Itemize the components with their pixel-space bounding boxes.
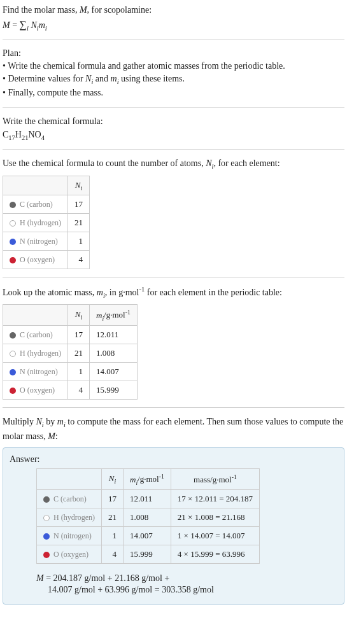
ni-cell: 1 — [101, 527, 123, 545]
table-row: H (hydrogen) 21 1.008 21 × 1.008 = 21.16… — [37, 508, 260, 527]
table-header-row: Ni mi/g·mol-1 mass/g·mol-1 — [37, 469, 260, 490]
ni-cell: 17 — [67, 195, 89, 214]
hydrogen-dot-icon — [10, 220, 16, 227]
table-row: H (hydrogen) 21 1.008 — [3, 344, 138, 363]
divider — [3, 149, 344, 150]
col-ni: Ni — [101, 469, 123, 490]
element-cell: C (carbon) — [37, 490, 102, 508]
divider — [3, 39, 344, 39]
ni-cell: 17 — [101, 490, 123, 508]
col-element — [3, 305, 68, 326]
element-label: O (oxygen) — [20, 386, 55, 395]
col-element — [37, 469, 102, 490]
answer-table: Ni mi/g·mol-1 mass/g·mol-1 C (carbon) 17… — [36, 468, 260, 564]
col-element — [3, 176, 68, 195]
ni-cell: 4 — [67, 381, 89, 400]
carbon-dot-icon — [43, 496, 50, 503]
element-label: O (oxygen) — [20, 255, 55, 264]
mi-cell: 15.999 — [123, 545, 171, 564]
element-cell: O (oxygen) — [3, 381, 68, 400]
element-label: N (nitrogen) — [20, 237, 58, 246]
multiply-heading: Multiply Ni by mi to compute the mass fo… — [3, 416, 344, 442]
plan-bullet-3: • Finally, compute the mass. — [3, 87, 344, 99]
col-ni: Ni — [67, 176, 89, 195]
element-cell: N (nitrogen) — [37, 527, 102, 545]
nitrogen-dot-icon — [10, 369, 16, 375]
table-row: O (oxygen) 4 — [3, 251, 90, 269]
ni-cell: 1 — [67, 363, 89, 381]
divider — [3, 407, 344, 408]
table-row: C (carbon) 17 12.011 17 × 12.011 = 204.1… — [37, 490, 260, 508]
final-sum-line-1: M = 204.187 g/mol + 21.168 g/mol + — [36, 571, 337, 585]
table-row: O (oxygen) 4 15.999 — [3, 381, 138, 400]
element-cell: O (oxygen) — [3, 251, 68, 269]
element-label: H (hydrogen) — [20, 218, 61, 227]
mass-cell: 17 × 12.011 = 204.187 — [171, 490, 259, 508]
element-cell: C (carbon) — [3, 326, 68, 344]
nitrogen-dot-icon — [10, 239, 16, 245]
ni-cell: 21 — [101, 508, 123, 527]
element-cell: N (nitrogen) — [3, 363, 68, 381]
mi-cell: 12.011 — [123, 490, 171, 508]
mi-cell: 15.999 — [89, 381, 137, 400]
ni-cell: 4 — [67, 251, 89, 269]
hydrogen-dot-icon — [10, 351, 16, 357]
multiply-section: Multiply Ni by mi to compute the mass fo… — [3, 414, 344, 606]
element-cell: O (oxygen) — [37, 545, 102, 564]
plan-section: Plan: • Write the chemical formula and g… — [3, 46, 344, 100]
hydrogen-dot-icon — [43, 515, 50, 521]
element-cell: N (nitrogen) — [3, 232, 68, 251]
chem-formula-section: Write the chemical formula: C17H21NO4 — [3, 114, 344, 143]
lookup-heading: Look up the atomic mass, mi, in g·mol-1 … — [3, 285, 344, 300]
intro-formula: M = ∑i Nimi — [3, 19, 344, 32]
element-label: H (hydrogen) — [53, 513, 95, 522]
answer-box: Answer: Ni mi/g·mol-1 mass/g·mol-1 C (ca… — [3, 447, 344, 605]
col-ni: Ni — [67, 305, 89, 326]
element-label: C (carbon) — [20, 200, 53, 209]
table-row: C (carbon) 17 — [3, 195, 90, 214]
ni-cell: 4 — [101, 545, 123, 564]
ni-cell: 21 — [67, 344, 89, 363]
col-mass: mass/g·mol-1 — [171, 469, 259, 490]
element-cell: H (hydrogen) — [3, 344, 68, 363]
count-section: Use the chemical formula to count the nu… — [3, 156, 344, 270]
nitrogen-dot-icon — [43, 533, 50, 540]
ni-cell: 1 — [67, 232, 89, 251]
element-label: N (nitrogen) — [20, 367, 58, 376]
plan-heading: Plan: — [3, 47, 344, 60]
answer-label: Answer: — [10, 454, 337, 465]
lookup-table: Ni mi/g·mol-1 C (carbon) 17 12.011 H (hy… — [3, 304, 138, 400]
intro-section: Find the molar mass, M, for scopolamine:… — [3, 3, 344, 32]
col-mi: mi/g·mol-1 — [89, 305, 137, 326]
table-row: C (carbon) 17 12.011 — [3, 326, 138, 344]
oxygen-dot-icon — [43, 552, 50, 558]
mi-cell: 14.007 — [123, 527, 171, 545]
mi-cell: 14.007 — [89, 363, 137, 381]
element-label: O (oxygen) — [53, 550, 89, 559]
oxygen-dot-icon — [10, 257, 16, 263]
chem-formula: C17H21NO4 — [3, 130, 344, 141]
table-row: O (oxygen) 4 15.999 4 × 15.999 = 63.996 — [37, 545, 260, 564]
table-header-row: Ni mi/g·mol-1 — [3, 305, 138, 326]
element-label: H (hydrogen) — [20, 349, 61, 358]
table-row: N (nitrogen) 1 — [3, 232, 90, 251]
carbon-dot-icon — [10, 202, 16, 208]
final-sum-line-2: 14.007 g/mol + 63.996 g/mol = 303.358 g/… — [48, 585, 337, 595]
element-cell: C (carbon) — [3, 195, 68, 214]
element-label: N (nitrogen) — [53, 531, 92, 540]
plan-bullet-2: • Determine values for Ni and mi using t… — [3, 73, 344, 87]
ni-cell: 21 — [67, 214, 89, 232]
element-cell: H (hydrogen) — [37, 508, 102, 527]
mi-cell: 1.008 — [123, 508, 171, 527]
lookup-section: Look up the atomic mass, mi, in g·mol-1 … — [3, 284, 344, 401]
table-row: N (nitrogen) 1 14.007 — [3, 363, 138, 381]
mi-cell: 1.008 — [89, 344, 137, 363]
element-label: C (carbon) — [20, 330, 53, 339]
element-label: C (carbon) — [53, 494, 87, 503]
table-row: H (hydrogen) 21 — [3, 214, 90, 232]
count-heading: Use the chemical formula to count the nu… — [3, 157, 344, 171]
table-header-row: Ni — [3, 176, 90, 195]
element-cell: H (hydrogen) — [3, 214, 68, 232]
oxygen-dot-icon — [10, 388, 16, 394]
mass-cell: 1 × 14.007 = 14.007 — [171, 527, 259, 545]
